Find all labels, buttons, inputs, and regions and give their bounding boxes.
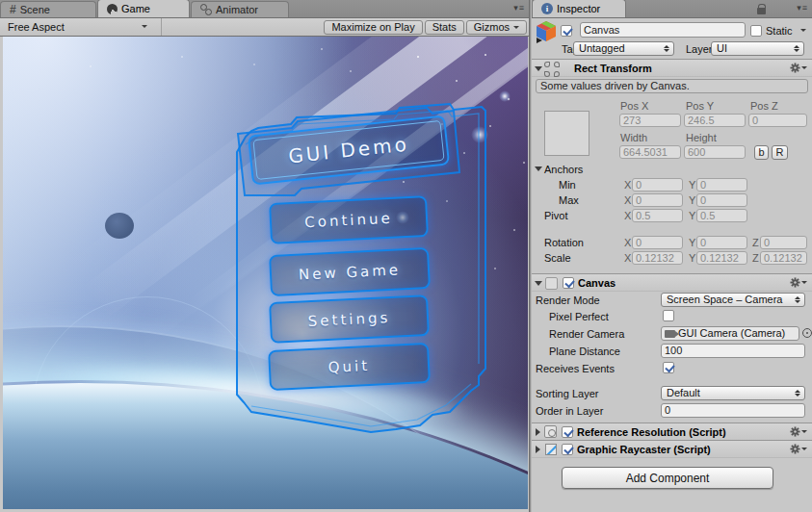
layer-dropdown[interactable]: UI [711,41,804,56]
plane-distance-field[interactable]: 100 [661,344,805,358]
anchor-preset-preview[interactable] [544,111,589,156]
pos-x-field[interactable]: 273 [619,114,681,127]
quit-button[interactable]: Quit [268,343,431,391]
pos-z-label: Pos Z [750,100,778,113]
gear-icon[interactable] [790,444,807,454]
scale-y-field[interactable]: 0.12132 [696,251,747,265]
reference-resolution-header[interactable]: Reference Resolution (Script) [532,422,812,441]
pivot-y-field[interactable]: 0.5 [696,209,747,222]
rotation-z-field[interactable]: 0 [760,236,807,249]
graphic-raycaster-header[interactable]: Graphic Raycaster (Script) [532,440,812,458]
width-label: Width [620,132,647,144]
rect-transform-header[interactable]: Rect Transform [532,59,812,77]
raw-edit-mode-button[interactable]: R [772,145,788,160]
pos-x-label: Pos X [620,100,648,113]
render-mode-label: Render Mode [536,294,600,307]
order-in-layer-field[interactable]: 0 [661,403,805,418]
canvas-component-icon [545,277,558,290]
new-game-button[interactable]: New Game [269,247,431,296]
static-checkbox[interactable] [750,25,762,37]
gameobject-cube-icon[interactable] [535,20,558,43]
aspect-dropdown[interactable]: Free Aspect [0,18,162,36]
width-field[interactable]: 664.5031 [619,145,681,159]
reference-resolution-enabled-checkbox[interactable] [562,426,573,438]
canvas-enabled-checkbox[interactable] [563,277,574,289]
settings-button[interactable]: Settings [269,294,430,344]
updown-arrows-icon [795,296,800,303]
pos-z-field[interactable]: 0 [748,114,807,127]
scale-x-field[interactable]: 0.12132 [632,251,683,265]
anchors-foldout-icon[interactable] [535,166,542,171]
gear-icon[interactable] [790,277,807,288]
rect-transform-title: Rect Transform [574,63,652,74]
height-label: Height [686,132,717,144]
canvas-component-header[interactable]: Canvas [532,273,812,292]
add-component-button[interactable]: Add Component [562,467,773,489]
gameobject-name-field[interactable]: Canvas [580,22,746,38]
continue-button-label: Continue [304,209,393,230]
tab-game-label: Game [121,3,150,14]
gizmos-button[interactable]: Gizmos [466,20,527,35]
graphic-raycaster-enabled-checkbox[interactable] [562,444,573,455]
inspector-tabstrip: i Inspector ▾≡ [532,0,812,18]
rotation-y-field[interactable]: 0 [696,236,747,249]
foldout-icon[interactable] [536,446,540,453]
maximize-on-play-button[interactable]: Maximize on Play [324,20,422,35]
axis-y-label: Y [689,237,695,249]
axis-x-label: X [624,194,631,207]
new-game-button-label: New Game [299,261,402,283]
sorting-layer-dropdown[interactable]: Default [661,386,805,400]
foldout-icon[interactable] [535,281,542,286]
chevron-down-icon [513,26,519,29]
tab-animator[interactable]: Animator [191,1,289,17]
foldout-icon[interactable] [536,428,540,436]
receives-events-checkbox[interactable] [663,362,674,373]
toolbar-button-group: Maximize on Play Stats Gizmos [322,20,527,35]
tag-dropdown[interactable]: Untagged [573,41,674,56]
anchor-max-x-field[interactable]: 0 [632,193,683,207]
gear-icon[interactable] [790,63,807,73]
render-camera-object-field[interactable]: GUI Camera (Camera) [661,326,799,341]
gameobject-active-checkbox[interactable] [561,25,572,37]
graphic-raycaster-title: Graphic Raycaster (Script) [577,444,711,455]
foldout-icon[interactable] [535,66,542,71]
axis-y-label: Y [689,179,695,192]
pivot-x-field[interactable]: 0.5 [632,209,683,222]
tab-game[interactable]: Game [97,0,190,17]
gear-menu-arrow [801,66,807,69]
animator-nodes-icon [200,4,212,15]
tab-animator-label: Animator [216,4,258,15]
render-mode-dropdown[interactable]: Screen Space – Camera [661,293,805,307]
stats-button[interactable]: Stats [425,20,464,35]
rotation-label: Rotation [544,237,584,249]
axis-y-label: Y [689,194,695,207]
anchor-min-x-field[interactable]: 0 [632,178,683,192]
pos-y-field[interactable]: 246.5 [684,114,746,127]
quit-button-label: Quit [327,357,370,376]
aspect-dropdown-label: Free Aspect [8,21,65,33]
object-picker-icon[interactable] [802,328,812,338]
receives-events-label: Receives Events [536,363,615,375]
max-label: Max [559,194,579,207]
pixel-perfect-checkbox[interactable] [663,310,674,321]
continue-button[interactable]: Continue [269,195,429,244]
scale-z-field[interactable]: 0.12132 [760,251,807,265]
static-dropdown-icon[interactable] [800,29,806,32]
tab-inspector[interactable]: i Inspector [532,0,626,17]
tab-scene[interactable]: # Scene [0,1,96,17]
updown-arrows-icon [795,390,800,397]
height-field[interactable]: 600 [684,145,746,159]
axis-x-label: X [624,210,631,222]
blueprint-mode-button[interactable]: b [754,145,769,160]
updown-arrows-icon [794,45,799,52]
axis-y-label: Y [689,252,695,265]
gear-icon[interactable] [790,426,807,437]
rotation-x-field[interactable]: 0 [632,236,683,249]
inspector-menu-icon[interactable]: ▾≡ [797,3,808,13]
lock-icon[interactable] [757,8,766,14]
anchor-max-y-field[interactable]: 0 [696,193,747,207]
anchor-min-y-field[interactable]: 0 [696,178,747,192]
camera-icon [665,330,675,338]
unity-editor-window: # Scene Game Animator ▾≡ Free Aspect Max… [0,0,812,512]
pane-menu-icon[interactable]: ▾≡ [513,3,525,13]
